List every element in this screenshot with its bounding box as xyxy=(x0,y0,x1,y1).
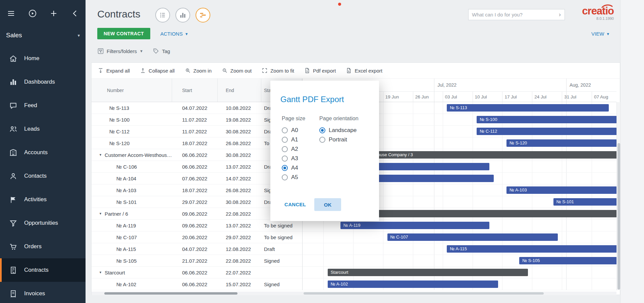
creatio-app-window: Sales ▾ HomeDashboardsFeedLeadsAccountsC… xyxy=(0,0,644,303)
page-size-option-a0[interactable]: A0 xyxy=(282,126,305,135)
row-end-cell: 22.07.2022 xyxy=(218,267,261,278)
table-row[interactable]: № S-10521.07.202222.08.2022Signed xyxy=(92,255,302,267)
row-status-cell: To be signed xyxy=(261,220,302,231)
gantt-bar[interactable]: № C-107 xyxy=(387,233,558,241)
zoom-in-button[interactable]: Zoom in xyxy=(185,68,212,74)
gantt-bar[interactable]: № A-102 xyxy=(328,280,498,288)
sidebar-item-label: Leads xyxy=(24,126,40,132)
row-number-cell: № S-105 xyxy=(92,255,172,266)
sidebar-item-invoices[interactable]: Invoices xyxy=(0,282,86,303)
grid-hscroll-thumb[interactable] xyxy=(104,292,237,295)
gantt-bar[interactable]: № S-105 xyxy=(519,257,616,264)
timeline-month-label: Jul, 2022 xyxy=(437,79,457,92)
row-number-label: № S-100 xyxy=(109,117,129,123)
table-row[interactable]: № A-11909.06.202213.07.2022To be signed xyxy=(92,220,302,231)
collapse-group-icon[interactable]: ▼ xyxy=(99,271,102,274)
page-size-option-a3[interactable]: A3 xyxy=(282,154,305,163)
gantt-bar[interactable]: № S-100 xyxy=(477,116,616,123)
row-number-cell: ▼Customer Accom-Westhouse Company xyxy=(92,149,172,161)
zoom-out-button[interactable]: Zoom out xyxy=(222,68,252,74)
table-row[interactable]: ▼Starcourt06.06.202222.07.2022 xyxy=(92,267,302,278)
gantt-hscroll-thumb[interactable] xyxy=(304,292,544,295)
gantt-horizontal-scrollbar[interactable] xyxy=(302,292,616,295)
row-status-cell: Signed xyxy=(261,255,302,266)
page-orientation-label: Page orientation xyxy=(319,116,359,122)
new-contract-button[interactable]: NEW CONTRACT xyxy=(97,28,150,39)
gantt-view-button[interactable] xyxy=(196,8,210,23)
page-size-option-a2[interactable]: A2 xyxy=(282,144,305,154)
cancel-button[interactable]: CANCEL xyxy=(284,202,306,207)
view-menu-button[interactable]: VIEW▼ xyxy=(591,31,610,37)
gantt-bar[interactable]: № C-112 xyxy=(477,128,616,135)
row-number-cell: ▼Starcourt xyxy=(92,267,172,278)
radio-dot xyxy=(321,129,324,132)
ok-button[interactable]: OK xyxy=(314,198,341,211)
table-row[interactable]: № A-11504.07.202212.08.2022Draft xyxy=(92,243,302,255)
sidebar-item-home[interactable]: Home xyxy=(0,47,86,70)
collapse-group-icon[interactable]: ▼ xyxy=(99,212,102,215)
zoom-out-icon xyxy=(222,68,228,74)
sidebar-item-leads[interactable]: Leads xyxy=(0,117,86,141)
orientation-option-portrait[interactable]: Portrait xyxy=(319,135,359,144)
sidebar-item-label: Home xyxy=(24,55,39,62)
gantt-bar[interactable]: № S-120 xyxy=(506,139,616,147)
sidebar-item-dashboards[interactable]: Dashboards xyxy=(0,70,86,94)
sidebar-item-contacts[interactable]: Contacts xyxy=(0,164,86,188)
sidebar-item-orders[interactable]: Orders xyxy=(0,235,86,258)
gantt-bar[interactable]: № A-115 xyxy=(447,245,616,253)
sidebar-item-label: Accounts xyxy=(24,149,48,156)
assistant-search-input[interactable] xyxy=(469,12,555,17)
grid-horizontal-scrollbar[interactable] xyxy=(92,292,302,295)
app-version: 8.0.1.1990 xyxy=(570,16,614,20)
table-row[interactable]: № A-10206.06.202215.07.2022Signed xyxy=(92,278,302,290)
sidebar-item-activities[interactable]: Activities xyxy=(0,188,86,211)
week-gridline xyxy=(383,102,383,290)
gantt-bar[interactable]: № S-113 xyxy=(447,104,609,112)
page-size-option-a5[interactable]: A5 xyxy=(282,173,305,182)
gantt-bar[interactable]: № A-119 xyxy=(340,222,490,229)
collapse-group-icon[interactable]: ▼ xyxy=(99,153,102,157)
sidebar-menu: HomeDashboardsFeedLeadsAccountsContactsA… xyxy=(0,47,86,303)
sidebar-item-opportunities[interactable]: Opportunities xyxy=(0,211,86,235)
page-size-option-a4[interactable]: A4 xyxy=(282,163,305,173)
pdf-export-button[interactable]: Pdf export xyxy=(304,68,336,74)
orientation-option-landscape[interactable]: Landscape xyxy=(319,126,359,135)
sidebar-item-label: Dashboards xyxy=(24,79,55,85)
column-header-number[interactable]: Number xyxy=(92,79,172,102)
table-row[interactable]: № C-10720.06.202229.07.2022To be signed xyxy=(92,231,302,243)
actions-menu-button[interactable]: ACTIONS▼ xyxy=(160,31,189,37)
analytics-view-button[interactable] xyxy=(175,8,190,23)
radio-circle xyxy=(282,146,288,152)
column-header-start[interactable]: Start xyxy=(172,79,218,102)
tag-button[interactable]: Tag xyxy=(153,48,170,54)
add-new-icon[interactable] xyxy=(50,9,58,17)
excel-export-button[interactable]: Excel export xyxy=(346,68,382,74)
collapse-sidebar-icon[interactable] xyxy=(71,9,79,17)
gantt-bar[interactable]: № A-103 xyxy=(506,186,616,194)
sidebar-item-contracts[interactable]: Contracts xyxy=(0,258,86,282)
workspace-selector[interactable]: Sales ▾ xyxy=(6,32,80,39)
page-size-option-a1[interactable]: A1 xyxy=(282,135,305,144)
page-size-option-label: A2 xyxy=(291,146,298,153)
zoom-to-fit-button[interactable]: Zoom to fit xyxy=(262,68,294,74)
process-run-icon[interactable] xyxy=(29,9,37,17)
toolbar-button-label: Excel export xyxy=(355,68,382,74)
gantt-bar[interactable]: Starcourt xyxy=(328,269,528,276)
collapse-all-button[interactable]: Collapse all xyxy=(140,68,175,74)
row-start-cell: 18.07.2022 xyxy=(172,184,218,196)
column-header-end[interactable]: End xyxy=(218,79,261,102)
gantt-bar[interactable]: Partner / 6 xyxy=(340,210,616,217)
vertical-scrollbar-thumb[interactable] xyxy=(618,143,620,290)
page-size-option-label: A1 xyxy=(291,136,298,143)
search-submit-icon[interactable]: › xyxy=(555,11,565,18)
filters-folders-button[interactable]: Filters/folders ▼ xyxy=(97,48,143,54)
sidebar-item-accounts[interactable]: Accounts xyxy=(0,141,86,164)
row-end-cell: 26.08.2022 xyxy=(218,184,261,196)
hamburger-menu-icon[interactable] xyxy=(7,9,15,17)
gantt-bar[interactable]: № S-101 xyxy=(553,198,616,206)
accounts-icon xyxy=(9,148,17,157)
list-view-button[interactable] xyxy=(155,8,170,23)
sidebar-item-feed[interactable]: Feed xyxy=(0,94,86,117)
week-gridline xyxy=(443,102,443,290)
expand-all-button[interactable]: Expand all xyxy=(98,68,130,74)
